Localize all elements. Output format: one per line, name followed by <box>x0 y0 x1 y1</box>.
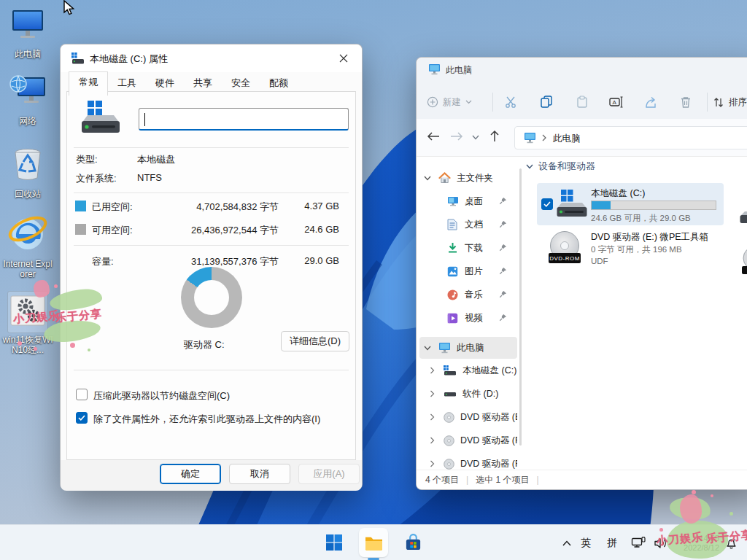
tile-checkbox[interactable] <box>541 198 553 210</box>
notification-bell-button[interactable]: z <box>721 525 741 560</box>
tab-sharing[interactable]: 共享 <box>184 73 222 95</box>
breadcrumb-chevron-icon <box>542 134 546 141</box>
address-bar[interactable]: 此电脑 <box>514 126 747 149</box>
desktop-icon-label: 网络 <box>1 116 54 126</box>
sidebar-item-label: DVD 驱动器 (F <box>460 435 517 447</box>
apply-button-label: 应用(A) <box>313 467 344 481</box>
network-tray-button[interactable] <box>629 525 648 560</box>
tab-general[interactable]: 常规 <box>69 71 108 96</box>
close-button[interactable] <box>330 47 357 70</box>
forward-icon[interactable] <box>450 131 463 141</box>
compress-checkbox[interactable] <box>76 389 88 400</box>
desktop-icon-recycle-bin[interactable]: 回收站 <box>1 144 54 199</box>
disc-icon-partial <box>740 246 747 275</box>
sidebar-item-label: 桌面 <box>465 195 483 208</box>
section-header-devices[interactable]: 设备和驱动器 <box>526 160 595 173</box>
svg-text:A: A <box>613 99 617 106</box>
capacity-bytes: 31,139,557,376 字节 <box>191 255 279 268</box>
pin-icon[interactable] <box>499 314 507 322</box>
sidebar-item-videos[interactable]: 视频 <box>419 307 517 329</box>
volume-label-input[interactable] <box>139 108 349 131</box>
sidebar-item-home[interactable]: 主文件夹 <box>419 167 517 189</box>
index-checkbox[interactable] <box>76 412 88 424</box>
pin-icon[interactable] <box>499 197 507 205</box>
explorer-titlebar[interactable]: 此电脑 新建 <box>417 58 747 119</box>
desktop-icon-this-pc[interactable]: 此电脑 <box>1 7 54 59</box>
free-space-label: 可用空间: <box>92 224 133 237</box>
sidebar-item-drive-d[interactable]: 软件 (D:) <box>419 383 517 405</box>
sidebar-item-dvd-e[interactable]: DVD 驱动器 (E <box>419 406 517 428</box>
ime-mode-indicator[interactable]: 拼 <box>604 525 620 560</box>
clock-tray-button[interactable]: 14:55 2022/8/12 <box>670 525 721 560</box>
tab-hardware[interactable]: 硬件 <box>146 73 184 95</box>
dialog-titlebar[interactable]: 本地磁盘 (C:) 属性 <box>61 44 362 72</box>
gears-icon <box>8 292 47 332</box>
document-icon <box>447 219 457 230</box>
type-value: 本地磁盘 <box>137 153 175 166</box>
show-hidden-icons-button[interactable] <box>557 525 576 560</box>
cut-button[interactable] <box>498 91 523 113</box>
delete-button[interactable] <box>673 91 698 113</box>
sidebar-item-dvd-f[interactable]: DVD 驱动器 (F <box>419 429 517 451</box>
sidebar-item-label: 音乐 <box>465 289 483 301</box>
used-space-swatch <box>75 201 86 211</box>
network-icon <box>7 73 48 114</box>
copy-button[interactable] <box>534 91 559 113</box>
sidebar-item-label: DVD 驱动器 (E <box>460 411 517 424</box>
selected-count: 选中 1 个项目 <box>476 474 529 486</box>
file-explorer-taskbar-button[interactable] <box>359 528 388 557</box>
rename-button[interactable]: A <box>604 91 629 113</box>
pin-icon[interactable] <box>499 220 507 228</box>
sidebar-item-pictures[interactable]: 图片 <box>419 260 517 282</box>
start-button[interactable] <box>320 528 349 557</box>
sort-button[interactable]: 排序 <box>713 91 747 113</box>
speaker-icon <box>654 537 667 549</box>
chevron-right-icon <box>430 367 435 374</box>
recent-locations-icon[interactable] <box>472 135 479 140</box>
disk-properties-dialog: 本地磁盘 (C:) 属性 常规 工具 硬件 共享 安全 配额 类型: <box>60 44 363 490</box>
drive-icon-large <box>80 101 121 136</box>
details-button[interactable]: 详细信息(D) <box>281 331 349 351</box>
desktop-icon-network[interactable]: 网络 <box>1 73 54 126</box>
drive-c-tile[interactable]: 本地磁盘 (C:) 24.6 GB 可用，共 29.0 GB <box>537 183 724 225</box>
volume-tray-button[interactable] <box>651 525 670 560</box>
pin-icon[interactable] <box>499 244 507 252</box>
new-button[interactable]: 新建 <box>427 91 488 113</box>
tab-quota[interactable]: 配额 <box>260 73 298 95</box>
ime-language-indicator[interactable]: 英 <box>578 525 594 560</box>
microsoft-store-button[interactable] <box>398 528 427 557</box>
ok-button[interactable]: 确定 <box>160 464 221 484</box>
desktop-icon-win11-restore[interactable]: win11恢复WIN10经... <box>1 292 54 355</box>
cancel-button[interactable]: 取消 <box>229 464 290 484</box>
drive-name: DVD 驱动器 (E:) 微PE工具箱 <box>591 231 708 244</box>
details-button-label: 详细信息(D) <box>290 335 341 348</box>
share-icon <box>644 96 657 109</box>
this-pc-icon <box>9 7 47 47</box>
sidebar-item-documents[interactable]: 文档 <box>419 214 517 236</box>
breadcrumb-this-pc[interactable]: 此电脑 <box>553 133 581 145</box>
back-icon[interactable] <box>427 131 440 141</box>
paste-button[interactable] <box>570 91 595 113</box>
pin-icon[interactable] <box>499 267 507 275</box>
tab-security[interactable]: 安全 <box>222 73 260 95</box>
taskbar: 英 拼 14:55 2022/8/12 z <box>0 524 747 560</box>
filesystem-label: 文件系统: <box>76 172 117 185</box>
desktop-icon-internet-explorer[interactable]: Internet Explorer <box>1 211 54 279</box>
pin-icon[interactable] <box>499 290 507 298</box>
sidebar-item-label: 主文件夹 <box>457 172 493 184</box>
text-caret <box>144 113 145 126</box>
sidebar-item-desktop[interactable]: 桌面 <box>419 190 517 212</box>
sidebar-item-downloads[interactable]: 下载 <box>419 237 517 259</box>
dvd-e-tile[interactable]: DVD-ROM DVD 驱动器 (E:) 微PE工具箱 0 字节 可用，共 19… <box>537 228 724 275</box>
sidebar-scrollbar[interactable] <box>519 168 522 446</box>
tab-tools[interactable]: 工具 <box>108 73 146 95</box>
up-icon[interactable] <box>489 130 500 142</box>
drive-icon <box>444 389 457 399</box>
used-space-bytes: 4,702,584,832 字节 <box>196 201 279 214</box>
share-button[interactable] <box>638 91 663 113</box>
sidebar-item-this-pc[interactable]: 此电脑 <box>419 337 517 359</box>
sidebar-item-drive-c[interactable]: 本地磁盘 (C:) <box>419 359 517 381</box>
dialog-title: 本地磁盘 (C:) 属性 <box>90 52 168 66</box>
sidebar-item-music[interactable]: 音乐 <box>419 284 517 306</box>
apply-button[interactable]: 应用(A) <box>298 464 360 484</box>
